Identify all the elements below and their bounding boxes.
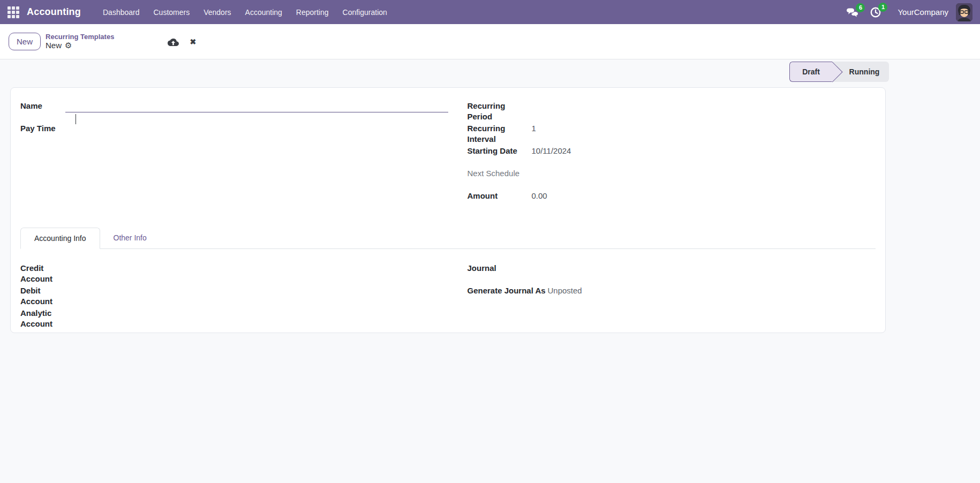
debit-account-label: Debit Account	[20, 285, 65, 307]
activities-badge: 1	[878, 3, 887, 12]
breadcrumb-current: New	[46, 41, 62, 50]
messages-badge: 6	[856, 3, 865, 12]
recurring-interval-label: Recurring Interval	[468, 123, 532, 145]
nav-item-vendors[interactable]: Vendors	[197, 0, 238, 24]
settings-gear-icon[interactable]: ⚙	[65, 41, 72, 50]
field-row-journal: Journal	[468, 263, 876, 285]
field-row-analytic-account: Analytic Account	[20, 308, 448, 330]
apps-menu-icon[interactable]	[7, 6, 19, 18]
field-row-credit-account: Credit Account	[20, 263, 448, 285]
avatar-face-icon	[956, 3, 973, 21]
field-row-recurring-interval: Recurring Interval 1	[468, 123, 876, 146]
notebook-tabs: Accounting Info Other Info	[20, 228, 876, 249]
save-record-button[interactable]	[168, 37, 179, 46]
tab-accounting-info[interactable]: Accounting Info	[20, 228, 100, 249]
breadcrumb: Recurring Templates New ⚙	[46, 33, 114, 50]
control-panel: New Recurring Templates New ⚙ ✖	[0, 24, 980, 59]
amount-value[interactable]: 0.00	[532, 191, 876, 201]
nav-item-accounting[interactable]: Accounting	[238, 0, 289, 24]
analytic-account-label: Analytic Account	[20, 308, 65, 329]
generate-journal-as-value[interactable]: Unposted	[548, 285, 876, 296]
generate-journal-as-label: Generate Journal As	[468, 285, 548, 296]
pay-time-label: Pay Time	[20, 123, 65, 134]
statusbar: Draft Running	[789, 62, 889, 82]
credit-account-value[interactable]	[65, 263, 448, 274]
nav-item-dashboard[interactable]: Dashboard	[96, 0, 147, 24]
top-navbar: Accounting Dashboard Customers Vendors A…	[0, 0, 980, 24]
field-row-amount: Amount 0.00	[468, 191, 876, 213]
next-schedule-label: Next Schedule	[468, 168, 532, 179]
nav-item-configuration[interactable]: Configuration	[336, 0, 394, 24]
field-row-recurring-period: Recurring Period	[468, 101, 876, 123]
field-row-generate-journal-as: Generate Journal As Unposted	[468, 285, 876, 308]
field-row-starting-date: Starting Date 10/11/2024	[468, 146, 876, 168]
recurring-interval-value[interactable]: 1	[532, 123, 876, 134]
field-row-name: Name	[20, 101, 448, 123]
user-avatar[interactable]	[956, 3, 973, 21]
credit-account-label: Credit Account	[20, 263, 65, 284]
name-label: Name	[20, 101, 65, 111]
breadcrumb-link-recurring-templates[interactable]: Recurring Templates	[46, 33, 114, 41]
field-row-debit-account: Debit Account	[20, 285, 448, 308]
tab-other-info[interactable]: Other Info	[100, 227, 160, 248]
name-input[interactable]	[65, 101, 448, 112]
messages-button[interactable]: 6	[846, 7, 859, 18]
recurring-period-label: Recurring Period	[468, 101, 532, 122]
text-cursor	[76, 114, 76, 124]
analytic-account-value[interactable]	[65, 308, 448, 319]
next-schedule-value	[532, 168, 876, 179]
journal-label: Journal	[468, 263, 548, 274]
nav-item-reporting[interactable]: Reporting	[289, 0, 336, 24]
status-draft[interactable]: Draft	[789, 62, 832, 82]
starting-date-value[interactable]: 10/11/2024	[532, 146, 876, 156]
recurring-period-value[interactable]	[532, 101, 876, 111]
discard-x-icon: ✖	[190, 37, 196, 46]
nav-item-customers[interactable]: Customers	[147, 0, 197, 24]
app-brand[interactable]: Accounting	[27, 6, 81, 18]
debit-account-value[interactable]	[65, 285, 448, 296]
tab-page-accounting-info: Credit Account Debit Account Analytic Ac…	[20, 249, 876, 330]
form-view: Draft Running Name Pay Time Recurrin	[0, 59, 980, 478]
field-row-pay-time: Pay Time	[20, 123, 448, 146]
field-row-next-schedule: Next Schedule	[468, 168, 876, 191]
pay-time-value[interactable]	[65, 123, 448, 134]
company-name[interactable]: YourCompany	[898, 7, 948, 17]
cloud-upload-icon	[168, 37, 179, 46]
journal-value[interactable]	[548, 263, 876, 274]
new-button[interactable]: New	[9, 33, 41, 50]
amount-label: Amount	[468, 191, 532, 201]
starting-date-label: Starting Date	[468, 146, 532, 156]
form-sheet: Name Pay Time Recurring Period Recurring…	[10, 87, 886, 333]
discard-record-button[interactable]: ✖	[190, 37, 196, 46]
activities-button[interactable]: 1	[870, 6, 881, 18]
